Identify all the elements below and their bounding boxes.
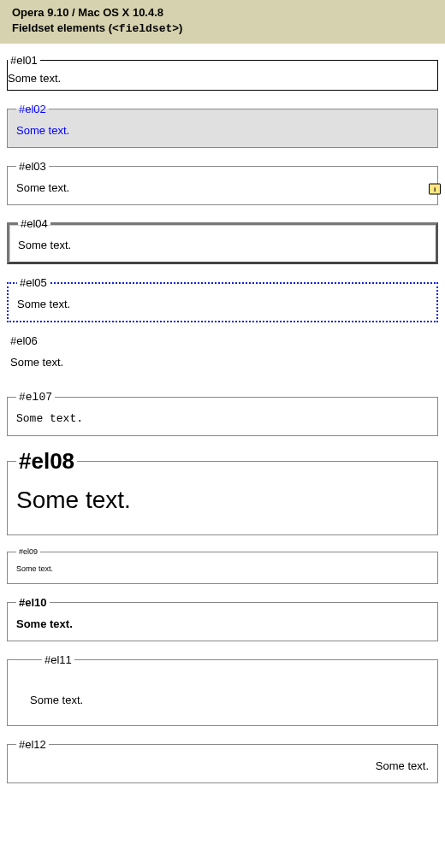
body-el01: Some text. — [8, 68, 437, 86]
body-el02: Some text. — [16, 121, 429, 139]
legend-el04: #el04 — [18, 217, 50, 230]
fieldset-el10: #el10 Some text. — [7, 596, 438, 641]
legend-el05: #el05 — [17, 276, 50, 289]
body-el12: Some text. — [16, 756, 429, 774]
legend-el12: #el12 — [16, 738, 49, 751]
legend-el02: #el02 — [16, 103, 49, 115]
fieldset-el01: #el01 Some text. — [7, 54, 438, 91]
title-prefix: Fieldset elements ( — [12, 21, 112, 34]
examples-container: #el01 Some text. #el02 Some text. #el03 … — [0, 44, 445, 812]
fieldset-el04: #el04 Some text. — [7, 217, 438, 264]
fieldset-el11: #el11 Some text. — [7, 653, 438, 726]
fieldset-el02: #el02 Some text. — [7, 103, 438, 148]
fieldset-el05: #el05 Some text. — [7, 276, 438, 322]
legend-el11: #el11 — [42, 653, 74, 666]
fieldset-el03: #el03 Some text. i — [7, 160, 438, 205]
header-line-title: Fieldset elements (<fieldset>) — [12, 21, 433, 37]
body-el09: Some text. — [16, 561, 429, 575]
title-suffix: ) — [179, 21, 182, 34]
legend-el09: #el09 — [16, 547, 40, 556]
body-el04: Some text. — [18, 235, 427, 253]
body-el10: Some text. — [16, 614, 429, 632]
body-el03: Some text. — [16, 178, 429, 196]
fieldset-el06: #el06 Some text. — [7, 334, 438, 379]
info-badge-icon: i — [429, 183, 441, 194]
legend-el08: #el08 — [16, 448, 77, 475]
body-el08: Some text. — [16, 480, 429, 526]
legend-el01: #el01 — [8, 54, 40, 67]
legend-el07: #el07 — [16, 391, 55, 404]
fieldset-el07: #el07 Some text. — [7, 391, 438, 436]
header-line-browser: Opera 9.10 / Mac OS X 10.4.8 — [12, 5, 433, 21]
fieldset-el08: #el08 Some text. — [7, 448, 438, 535]
body-el07: Some text. — [16, 409, 429, 427]
fieldset-el09: #el09 Some text. — [7, 547, 438, 584]
body-el05: Some text. — [17, 294, 428, 312]
title-tag: <fieldset> — [112, 22, 179, 35]
body-el06: Some text. — [10, 352, 430, 370]
legend-el06: #el06 — [10, 334, 38, 347]
fieldset-el12: #el12 Some text. — [7, 738, 438, 783]
body-el11: Some text. — [30, 671, 429, 708]
page-header: Opera 9.10 / Mac OS X 10.4.8 Fieldset el… — [0, 0, 445, 44]
legend-el03: #el03 — [16, 160, 49, 173]
legend-el10: #el10 — [16, 596, 50, 609]
